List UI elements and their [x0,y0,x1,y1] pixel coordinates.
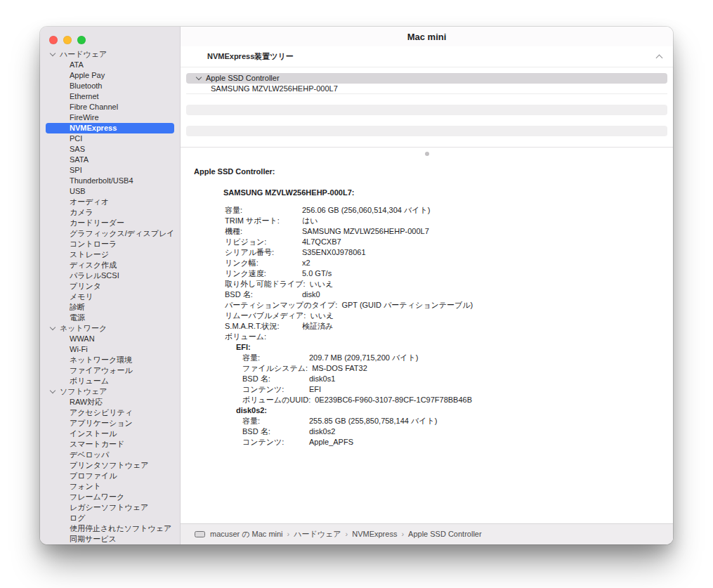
property-label: BSD 名: [242,374,309,384]
controller-title: Apple SSD Controller: [194,166,662,177]
sidebar-item-インストール[interactable]: インストール [46,429,174,439]
tree-row-label: Apple SSD Controller [206,73,280,84]
sidebar: ハードウェアATAApple PayBluetoothEthernetFibre… [40,27,181,544]
tree-empty-row [186,105,667,115]
property-value: disk0 [302,290,320,299]
property-value: disk0s2 [309,427,335,436]
close-button[interactable] [49,36,58,44]
tree-row-Apple SSD Controller[interactable]: Apple SSD Controller [186,73,667,84]
sidebar-item-電源[interactable]: 電源 [46,313,174,323]
sidebar-item-USB[interactable]: USB [46,186,174,197]
sidebar-item-スマートカード[interactable]: スマートカード [46,439,174,450]
sidebar-item-使用停止されたソフトウェア[interactable]: 使用停止されたソフトウェア [46,523,174,534]
system-information-window: ハードウェアATAApple PayBluetoothEthernetFibre… [40,27,673,544]
sidebar-item-ATA[interactable]: ATA [46,60,174,70]
path-segment: macuser の Mac mini [210,530,283,538]
sidebar-item-Apple Pay[interactable]: Apple Pay [46,70,174,81]
sidebar-item-フレームワーク[interactable]: フレームワーク [46,492,174,502]
path-bar: macuser の Mac mini›ハードウェア›NVMExpress›App… [181,523,673,544]
sidebar-item-プリンタソフトウェア[interactable]: プリンタソフトウェア [46,460,174,471]
property-row: 取り外し可能ドライブ:いいえ [225,279,662,289]
tree-row-SAMSUNG MZVLW256HEHP-000L7[interactable]: SAMSUNG MZVLW256HEHP-000L7 [186,84,667,94]
sidebar-item-Fibre Channel[interactable]: Fibre Channel [46,102,174,112]
minimize-button[interactable] [63,36,72,44]
chevron-up-icon[interactable] [656,55,663,62]
sidebar-item-同期サービス[interactable]: 同期サービス [46,534,174,544]
sidebar-item-レガシーソフトウェア[interactable]: レガシーソフトウェア [46,502,174,513]
sidebar-item-Thunderbolt/USB4[interactable]: Thunderbolt/USB4 [46,176,174,186]
splitter-handle-icon[interactable] [425,152,429,156]
sidebar-item-Wi-Fi[interactable]: Wi-Fi [46,344,174,355]
sidebar-item-デベロッパ[interactable]: デベロッパ [46,450,174,460]
breadcrumb-separator: › [346,530,348,538]
chevron-down-icon [50,51,55,56]
property-value: 255.85 GB (255,850,758,144 バイト) [309,417,437,425]
sidebar-item-NVMExpress[interactable]: NVMExpress [46,123,174,133]
sidebar-item-カメラ[interactable]: カメラ [46,207,174,218]
property-value: 検証済み [302,322,333,330]
sidebar-item-アクセシビリティ[interactable]: アクセシビリティ [46,407,174,418]
device-tree-header[interactable]: NVMExpress装置ツリー [181,46,673,67]
sidebar-item-グラフィックス/ディスプレイ[interactable]: グラフィックス/ディスプレイ [46,228,174,239]
splitter[interactable] [181,147,673,159]
sidebar-item-SATA[interactable]: SATA [46,155,174,165]
property-row: ボリューム: [225,332,662,342]
sidebar-group-ネットワーク[interactable]: ネットワーク [40,323,180,334]
sidebar-item-WWAN[interactable]: WWAN [46,334,174,344]
sidebar-item-ネットワーク環境[interactable]: ネットワーク環境 [46,355,174,365]
sidebar-item-Ethernet[interactable]: Ethernet [46,91,174,102]
sidebar-item-ログ[interactable]: ログ [46,513,174,523]
sidebar-item-ファイアウォール[interactable]: ファイアウォール [46,365,174,376]
sidebar-item-オーディオ[interactable]: オーディオ [46,197,174,207]
zoom-button[interactable] [77,36,86,44]
sidebar-item-コントローラ[interactable]: コントローラ [46,239,174,249]
volume-name: EFI: [236,342,662,353]
window-controls [49,36,86,44]
sidebar-item-ストレージ[interactable]: ストレージ [46,249,174,260]
tree-empty-row [186,115,667,126]
path-segment: Apple SSD Controller [408,530,482,538]
sidebar-item-ボリューム[interactable]: ボリューム [46,376,174,386]
property-label: コンテンツ: [242,437,309,447]
sidebar-item-Bluetooth[interactable]: Bluetooth [46,81,174,91]
titlebar[interactable]: Mac mini [181,27,673,46]
property-value: disk0s1 [309,374,335,383]
sidebar-item-RAW対応[interactable]: RAW対応 [46,397,174,407]
breadcrumb-separator: › [401,530,404,538]
sidebar-group-ハードウェア[interactable]: ハードウェア [40,49,180,60]
sidebar-item-メモリ[interactable]: メモリ [46,292,174,302]
property-row: S.M.A.R.T.状況:検証済み [225,321,662,332]
sidebar-item-SAS[interactable]: SAS [46,144,174,155]
property-value: EFI [309,385,321,393]
property-label: リンク幅: [225,258,302,268]
tree-empty-row [186,126,667,136]
sidebar-item-アプリケーション[interactable]: アプリケーション [46,418,174,429]
property-list: 容量:256.06 GB (256,060,514,304 バイト)TRIM サ… [194,205,662,342]
property-row: ファイルシステム:MS-DOS FAT32 [242,363,662,374]
property-label: 容量: [242,353,309,363]
window-title: Mac mini [407,32,447,42]
sidebar-item-PCI[interactable]: PCI [46,133,174,144]
device-tree-title: NVMExpress装置ツリー [207,51,657,62]
sidebar-item-プリンタ[interactable]: プリンタ [46,281,174,292]
sidebar-item-SPI[interactable]: SPI [46,165,174,176]
sidebar-item-カードリーダー[interactable]: カードリーダー [46,218,174,228]
property-label: 機種: [225,226,302,237]
property-row: BSD 名:disk0s2 [242,426,662,437]
sidebar-item-プロファイル[interactable]: プロファイル [46,471,174,481]
path-segment: ハードウェア [294,530,341,538]
sidebar-item-パラレルSCSI[interactable]: パラレルSCSI [46,270,174,281]
property-label: TRIM サポート: [225,216,302,226]
breadcrumb: macuser の Mac mini›ハードウェア›NVMExpress›App… [210,529,482,540]
sidebar-item-ディスク作成[interactable]: ディスク作成 [46,260,174,270]
sidebar-item-フォント[interactable]: フォント [46,481,174,492]
property-value: 4L7QCXB7 [302,237,341,246]
volume-name: disk0s2: [236,405,662,416]
property-label: ファイルシステム: [242,363,312,374]
property-row: コンテンツ:EFI [242,384,662,395]
property-row: リムーバブルメディア:いいえ [225,311,662,321]
sidebar-item-FireWire[interactable]: FireWire [46,112,174,123]
property-row: 機種:SAMSUNG MZVLW256HEHP-000L7 [225,226,662,237]
sidebar-group-ソフトウェア[interactable]: ソフトウェア [40,386,180,397]
sidebar-item-診断[interactable]: 診断 [46,302,174,313]
